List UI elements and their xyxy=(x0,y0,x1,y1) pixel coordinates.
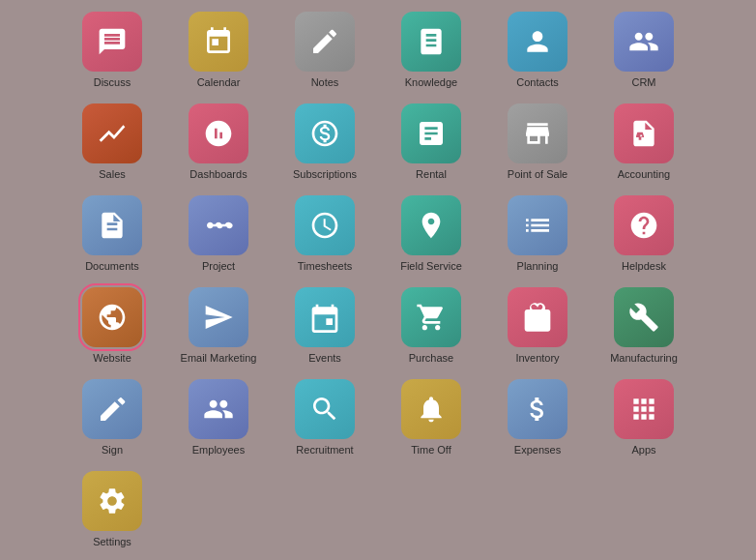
app-label-planning: Planning xyxy=(517,260,559,273)
app-item-timeoff[interactable]: Time Off xyxy=(378,372,484,464)
app-item-rental[interactable]: Rental xyxy=(378,97,484,189)
app-item-sign[interactable]: Sign xyxy=(59,372,165,464)
app-item-events[interactable]: Events xyxy=(272,280,378,372)
app-icon-pos xyxy=(508,103,567,163)
app-item-employees[interactable]: Employees xyxy=(165,372,272,464)
app-label-expenses: Expenses xyxy=(514,444,561,457)
app-label-crm: CRM xyxy=(631,76,655,89)
app-icon-documents xyxy=(82,195,142,255)
app-icon-recruitment xyxy=(295,379,355,439)
app-icon-accounting xyxy=(614,103,674,163)
app-label-knowledge: Knowledge xyxy=(405,76,457,89)
app-item-discuss[interactable]: Discuss xyxy=(59,5,165,97)
app-label-helpdesk: Helpdesk xyxy=(622,260,666,273)
app-icon-apps xyxy=(614,379,674,439)
app-label-contacts: Contacts xyxy=(516,76,558,89)
app-item-website[interactable]: Website xyxy=(59,280,165,372)
app-icon-calendar xyxy=(189,12,248,72)
app-item-timesheets[interactable]: Timesheets xyxy=(272,189,378,280)
app-label-notes: Notes xyxy=(311,76,339,89)
app-item-dashboards[interactable]: Dashboards xyxy=(165,97,272,189)
app-icon-purchase xyxy=(401,287,461,347)
app-item-emailmarketing[interactable]: Email Marketing xyxy=(165,280,272,372)
app-item-contacts[interactable]: Contacts xyxy=(484,5,591,97)
app-item-apps[interactable]: Apps xyxy=(591,372,697,464)
app-icon-contacts xyxy=(508,12,567,72)
app-label-apps: Apps xyxy=(631,444,655,457)
app-item-fieldservice[interactable]: Field Service xyxy=(378,189,484,280)
app-label-fieldservice: Field Service xyxy=(400,260,462,273)
app-item-notes[interactable]: Notes xyxy=(272,5,378,97)
app-label-sign: Sign xyxy=(102,444,123,457)
app-icon-fieldservice xyxy=(401,195,461,255)
app-label-emailmarketing: Email Marketing xyxy=(181,352,257,365)
app-label-discuss: Discuss xyxy=(94,76,131,89)
app-label-sales: Sales xyxy=(99,168,126,181)
app-icon-inventory xyxy=(508,287,567,347)
app-label-accounting: Accounting xyxy=(618,168,670,181)
app-icon-sales xyxy=(82,103,142,163)
app-item-subscriptions[interactable]: Subscriptions xyxy=(272,97,378,189)
app-item-documents[interactable]: Documents xyxy=(59,189,165,280)
app-item-recruitment[interactable]: Recruitment xyxy=(272,372,378,464)
app-label-calendar: Calendar xyxy=(197,76,241,89)
app-label-inventory: Inventory xyxy=(515,352,559,365)
app-grid: DiscussCalendarNotesKnowledgeContactsCRM… xyxy=(40,0,716,560)
app-item-purchase[interactable]: Purchase xyxy=(378,280,484,372)
app-label-pos: Point of Sale xyxy=(508,168,567,181)
app-icon-rental xyxy=(401,103,461,163)
app-icon-subscriptions xyxy=(295,103,355,163)
app-label-rental: Rental xyxy=(416,168,447,181)
app-item-crm[interactable]: CRM xyxy=(591,5,697,97)
app-icon-website xyxy=(82,287,142,347)
app-label-timesheets: Timesheets xyxy=(298,260,352,273)
app-icon-emailmarketing xyxy=(189,287,248,347)
app-icon-planning xyxy=(508,195,567,255)
app-item-accounting[interactable]: Accounting xyxy=(591,97,697,189)
app-label-employees: Employees xyxy=(192,444,245,457)
app-item-inventory[interactable]: Inventory xyxy=(484,280,591,372)
app-item-helpdesk[interactable]: Helpdesk xyxy=(591,189,697,280)
app-label-events: Events xyxy=(308,352,341,365)
app-icon-crm xyxy=(614,12,674,72)
app-icon-timeoff xyxy=(401,379,461,439)
app-icon-discuss xyxy=(82,12,142,72)
app-label-website: Website xyxy=(93,352,131,365)
app-label-recruitment: Recruitment xyxy=(296,444,353,457)
app-label-timeoff: Time Off xyxy=(411,444,451,457)
app-item-pos[interactable]: Point of Sale xyxy=(484,97,591,189)
app-item-manufacturing[interactable]: Manufacturing xyxy=(591,280,697,372)
app-icon-timesheets xyxy=(295,195,355,255)
app-label-settings: Settings xyxy=(93,536,131,548)
app-item-settings[interactable]: Settings xyxy=(59,464,165,556)
app-label-purchase: Purchase xyxy=(409,352,453,365)
app-item-knowledge[interactable]: Knowledge xyxy=(378,5,484,97)
app-icon-expenses xyxy=(508,379,567,439)
app-item-planning[interactable]: Planning xyxy=(484,189,591,280)
app-label-manufacturing: Manufacturing xyxy=(610,352,678,365)
app-icon-settings xyxy=(82,471,142,531)
app-item-expenses[interactable]: Expenses xyxy=(484,372,591,464)
app-item-sales[interactable]: Sales xyxy=(59,97,165,189)
app-label-documents: Documents xyxy=(85,260,139,273)
app-icon-sign xyxy=(82,379,142,439)
app-icon-notes xyxy=(295,12,355,72)
app-icon-helpdesk xyxy=(614,195,674,255)
app-icon-manufacturing xyxy=(614,287,674,347)
app-icon-employees xyxy=(189,379,248,439)
app-label-dashboards: Dashboards xyxy=(189,168,247,181)
app-icon-events xyxy=(295,287,355,347)
app-label-project: Project xyxy=(202,260,235,273)
app-item-project[interactable]: Project xyxy=(165,189,272,280)
app-icon-project xyxy=(189,195,248,255)
app-item-calendar[interactable]: Calendar xyxy=(165,5,272,97)
app-label-subscriptions: Subscriptions xyxy=(293,168,357,181)
app-icon-knowledge xyxy=(401,12,461,72)
app-icon-dashboards xyxy=(189,103,248,163)
